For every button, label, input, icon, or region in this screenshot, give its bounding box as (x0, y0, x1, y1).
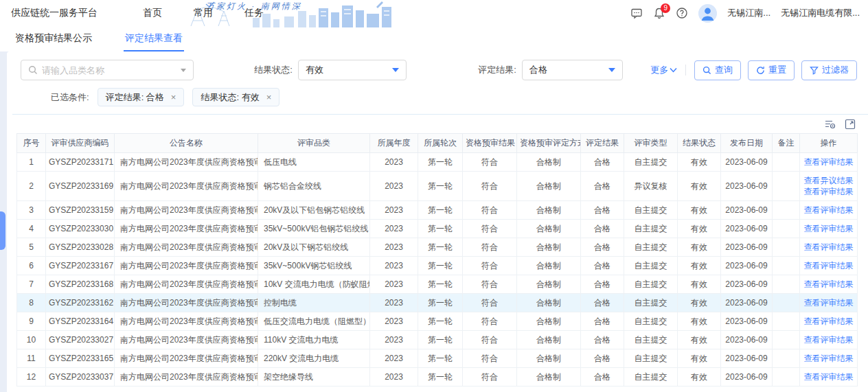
cell-pre_result: 符合 (463, 294, 517, 312)
cell-method: 合格制 (517, 294, 581, 312)
results-table-body: 1GYSZP20233171南方电网公司2023年度供应商资格预审公告低压电线2… (17, 153, 858, 387)
cell-pre_result: 符合 (463, 220, 517, 238)
cell-result: 合格 (581, 257, 624, 275)
nav-item-2[interactable]: 任务 (244, 7, 264, 19)
cell-index: 2 (17, 172, 46, 201)
cell-announcement: 南方电网公司2023年度供应商资格预审公告 (115, 331, 258, 349)
category-search-input[interactable] (42, 65, 176, 76)
company-name[interactable]: 无锡江南电缆有限... (781, 7, 860, 19)
more-label: 更多 (650, 64, 668, 76)
cell-remark (773, 349, 800, 368)
column-header-actions: 操作 (800, 134, 858, 153)
view-result-link[interactable]: 查看评审结果 (803, 260, 854, 271)
query-button-label: 查询 (715, 64, 733, 76)
cell-index: 12 (17, 368, 46, 387)
condition-tag-label: 结果状态: 有效 (201, 91, 259, 104)
help-icon[interactable] (676, 7, 688, 19)
view-result-link[interactable]: 查看评审结果 (803, 242, 854, 253)
cell-index: 11 (17, 349, 46, 368)
cell-year: 2023 (370, 238, 418, 257)
view-result-link[interactable]: 查看评审结果 (803, 279, 854, 290)
chevron-down-icon (392, 68, 399, 72)
filter-button[interactable]: 过滤器 (801, 60, 857, 80)
cell-announcement: 南方电网公司2023年度供应商资格预审公告 (115, 349, 258, 368)
sidebar-collapse-handle[interactable] (0, 211, 5, 250)
cell-supplier_code: GYSZP20233164 (46, 312, 115, 331)
cell-method: 合格制 (517, 153, 581, 172)
result-status-select[interactable]: 有效 (298, 60, 407, 80)
cell-year: 2023 (370, 331, 418, 349)
cell-review_type: 自主提交 (624, 294, 678, 312)
avatar[interactable] (698, 4, 717, 23)
condition-tag-label: 评定结果: 合格 (106, 91, 164, 104)
column-header-category: 评审品类 (258, 134, 370, 153)
cell-actions: 查看评审结果 (800, 275, 858, 294)
column-header-year: 所属年度 (370, 134, 418, 153)
column-settings-icon[interactable] (824, 119, 836, 130)
view-result-link[interactable]: 查看评审结果 (803, 223, 854, 234)
cell-review_type: 自主提交 (624, 312, 678, 331)
cell-supplier_code: GYSZP20233169 (46, 172, 115, 201)
tab-0[interactable]: 资格预审结果公示 (14, 26, 93, 51)
column-header-round: 所属轮次 (418, 134, 463, 153)
tab-1[interactable]: 评定结果查看 (124, 26, 184, 51)
cell-publish_date: 2023-06-09 (721, 238, 773, 257)
view-result-link[interactable]: 查看评审结果 (803, 353, 854, 364)
eval-result-select[interactable]: 合格 (522, 60, 623, 80)
notification-badge: 9 (661, 3, 670, 13)
view-result-link[interactable]: 查看评审结果 (803, 334, 854, 345)
cell-index: 3 (17, 201, 46, 220)
eval-result-value: 合格 (529, 64, 547, 76)
view-result-link[interactable]: 查看异议结果 (803, 175, 854, 186)
selected-conditions-row: 已选条件: 评定结果: 合格×结果状态: 有效× (7, 88, 868, 106)
view-result-link[interactable]: 查看评审结果 (803, 157, 854, 168)
cell-result: 合格 (581, 238, 624, 257)
cell-status: 有效 (678, 275, 721, 294)
cell-method: 合格制 (517, 368, 581, 387)
cell-method: 合格制 (517, 275, 581, 294)
table-row: 11GYSZP20233165南方电网公司2023年度供应商资格预审公告220k… (17, 349, 858, 368)
query-button[interactable]: 查询 (694, 60, 741, 80)
search-icon (28, 65, 38, 75)
notification-bell-icon[interactable]: 9 (653, 7, 665, 19)
cell-remark (773, 294, 800, 312)
view-result-link[interactable]: 查看评审结果 (803, 186, 854, 197)
column-header-status: 结果状态 (678, 134, 721, 153)
tab-bar: 资格预审结果公示评定结果查看 (0, 26, 868, 51)
reset-button[interactable]: 重置 (748, 60, 795, 80)
cell-actions: 查看异议结果查看评审结果 (800, 172, 858, 201)
view-result-link[interactable]: 查看评审结果 (803, 297, 854, 308)
nav-item-0[interactable]: 首页 (143, 7, 162, 19)
view-result-link[interactable]: 查看评审结果 (803, 371, 854, 382)
close-icon[interactable]: × (266, 93, 272, 102)
cell-announcement: 南方电网公司2023年度供应商资格预审公告 (115, 368, 258, 387)
table-row: 3GYSZP20233159南方电网公司2023年度供应商资格预审公告20kV及… (17, 201, 858, 220)
results-panel: 结果状态: 有效 评定结果: 合格 更多 查询 (7, 51, 868, 392)
cell-publish_date: 2023-06-09 (721, 257, 773, 275)
close-icon[interactable]: × (171, 93, 176, 102)
column-header-method: 资格预审评定方式 (517, 134, 581, 153)
cell-index: 8 (17, 294, 46, 312)
cell-remark (773, 238, 800, 257)
cell-index: 6 (17, 257, 46, 275)
cell-pre_result: 符合 (463, 312, 517, 331)
view-result-link[interactable]: 查看评审结果 (803, 316, 854, 327)
view-result-link[interactable]: 查看评审结果 (803, 205, 854, 216)
cell-category: 110kV 交流电力电缆 (258, 331, 370, 349)
cell-actions: 查看评审结果 (800, 238, 858, 257)
cell-announcement: 南方电网公司2023年度供应商资格预审公告 (115, 275, 258, 294)
selected-conditions-label: 已选条件: (51, 91, 89, 104)
cell-review_type: 自主提交 (624, 349, 678, 368)
cell-method: 合格制 (517, 331, 581, 349)
category-search-select[interactable] (21, 60, 194, 80)
user-name[interactable]: 无锡江南... (727, 7, 770, 19)
cell-status: 有效 (678, 257, 721, 275)
cell-round: 第一轮 (418, 238, 463, 257)
nav-item-1[interactable]: 常用 (194, 7, 213, 19)
more-filters-link[interactable]: 更多 (650, 64, 677, 76)
message-icon[interactable] (630, 7, 643, 19)
fullscreen-icon[interactable] (845, 119, 856, 130)
cell-index: 5 (17, 238, 46, 257)
table-row: 10GYSZP20233027南方电网公司2023年度供应商资格预审公告110k… (17, 331, 858, 349)
cell-remark (773, 312, 800, 331)
